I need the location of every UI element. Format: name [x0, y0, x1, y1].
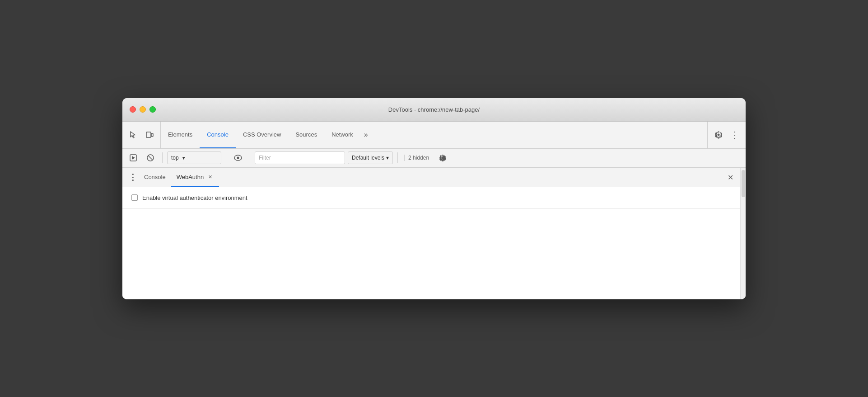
- close-button[interactable]: [130, 106, 136, 113]
- drawer-empty-area: [122, 209, 740, 299]
- close-webauthn-tab-button[interactable]: ✕: [206, 173, 214, 180]
- content-area: ⋮ Console WebAuthn ✕ ✕: [122, 168, 746, 299]
- toolbar-separator-1: [162, 152, 163, 163]
- tab-network[interactable]: Network: [324, 122, 360, 148]
- log-level-selector[interactable]: Default levels ▾: [348, 151, 393, 164]
- svg-rect-1: [151, 133, 153, 137]
- close-drawer-button[interactable]: ✕: [724, 171, 737, 184]
- devtools-panel: Elements Console CSS Overview Sources Ne…: [122, 122, 746, 299]
- console-filter-input[interactable]: Filter: [255, 151, 345, 164]
- inspect-element-button[interactable]: [126, 128, 140, 142]
- device-toolbar-button[interactable]: [142, 128, 157, 142]
- maximize-button[interactable]: [149, 106, 156, 113]
- svg-point-7: [237, 157, 239, 159]
- show-console-sidebar-button[interactable]: [126, 151, 140, 165]
- toolbar-separator-3: [250, 152, 250, 163]
- settings-button[interactable]: [711, 128, 726, 142]
- toolbar-left-icons: [122, 122, 161, 148]
- svg-line-5: [148, 156, 153, 160]
- clear-console-button[interactable]: [143, 151, 158, 165]
- toolbar-right-icons: ⋮: [707, 122, 746, 148]
- javascript-context-selector[interactable]: top ▼: [167, 151, 221, 164]
- drawer-content: Enable virtual authenticator environment: [122, 187, 740, 209]
- drawer-tab-console[interactable]: Console: [139, 168, 171, 187]
- drawer-tabs-bar: ⋮ Console WebAuthn ✕ ✕: [122, 168, 740, 187]
- toolbar-separator-2: [226, 152, 226, 163]
- toolbar-separator-4: [397, 152, 398, 163]
- main-content: ⋮ Console WebAuthn ✕ ✕: [122, 168, 740, 299]
- scrollbar-track: [741, 170, 746, 299]
- minimize-button[interactable]: [140, 106, 146, 113]
- drawer-tab-webauthn[interactable]: WebAuthn ✕: [171, 168, 219, 187]
- main-tabs: Elements Console CSS Overview Sources Ne…: [161, 122, 707, 148]
- tab-console[interactable]: Console: [200, 122, 236, 148]
- svg-rect-0: [146, 132, 151, 137]
- tab-elements[interactable]: Elements: [161, 122, 200, 148]
- svg-marker-3: [132, 156, 135, 160]
- console-toolbar: top ▼ Filter Default levels ▾: [122, 149, 746, 168]
- more-tabs-button[interactable]: »: [360, 122, 372, 148]
- top-toolbar: Elements Console CSS Overview Sources Ne…: [122, 122, 746, 149]
- devtools-window: DevTools - chrome://new-tab-page/: [122, 98, 746, 299]
- title-bar: DevTools - chrome://new-tab-page/: [122, 98, 746, 122]
- window-title: DevTools - chrome://new-tab-page/: [388, 106, 480, 113]
- console-settings-button[interactable]: [435, 151, 450, 165]
- scrollbar-thumb[interactable]: [742, 170, 745, 197]
- tab-css-overview[interactable]: CSS Overview: [236, 122, 289, 148]
- enable-authenticator-label[interactable]: Enable virtual authenticator environment: [131, 194, 247, 201]
- vertical-scrollbar[interactable]: [740, 168, 746, 299]
- hidden-count-label: 2 hidden: [404, 155, 433, 161]
- traffic-lights: [130, 106, 156, 113]
- more-options-button[interactable]: ⋮: [728, 128, 742, 142]
- drawer-more-tabs-button[interactable]: ⋮: [126, 171, 139, 184]
- tab-sources[interactable]: Sources: [288, 122, 324, 148]
- drawer-tabs: Console WebAuthn ✕: [139, 168, 724, 187]
- enable-authenticator-checkbox[interactable]: [131, 194, 138, 201]
- live-expression-button[interactable]: [231, 151, 245, 165]
